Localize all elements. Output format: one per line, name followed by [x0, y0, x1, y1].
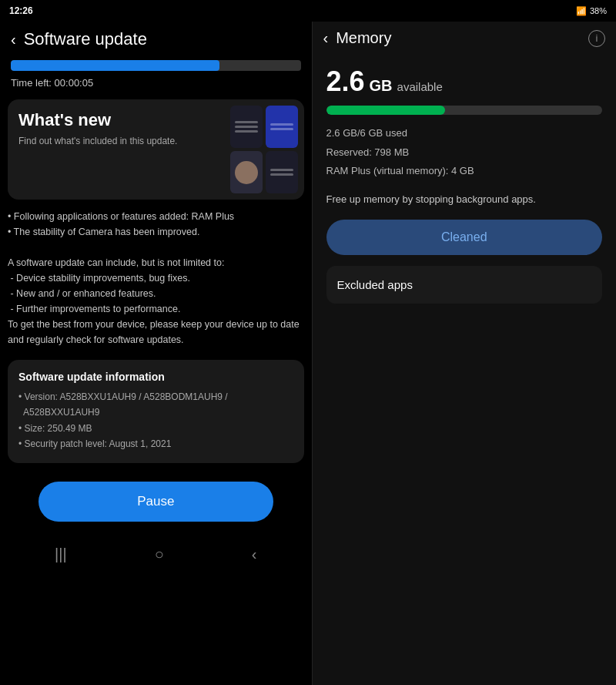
update-notes-text: • Following applications or features add… — [8, 211, 300, 345]
memory-gb-unit: GB — [370, 77, 393, 95]
memory-header-left: ‹ Memory — [323, 29, 392, 47]
phone-image-4 — [266, 151, 298, 193]
memory-details: 2.6 GB/6 GB used Reserved: 798 MB RAM Pl… — [326, 124, 603, 181]
time-left-label: Time left: 00:00:05 — [0, 76, 312, 96]
memory-gb-value: 2.6 — [326, 65, 365, 98]
memory-panel: ‹ Memory i 2.6 GB available 2.6 GB/6 GB … — [313, 22, 617, 685]
whats-new-card: What's new Find out what's included in t… — [8, 99, 304, 200]
phone-img-row-bottom — [230, 151, 298, 193]
memory-free-text: Free up memory by stopping background ap… — [326, 192, 603, 207]
info-card-text: • Version: A528BXXU1AUH9 / A528BODM1AUH9… — [18, 389, 293, 452]
phone-image-3 — [230, 151, 263, 193]
memory-reserved: Reserved: 798 MB — [326, 146, 410, 158]
update-notes: • Following applications or features add… — [8, 209, 304, 348]
memory-header: ‹ Memory i — [313, 22, 617, 55]
download-progress-fill — [11, 60, 219, 71]
info-card-title: Software update information — [18, 371, 293, 383]
memory-progress-bar — [326, 106, 603, 115]
info-button[interactable]: i — [588, 30, 605, 47]
excluded-apps-label: Excluded apps — [337, 278, 413, 291]
phone-image-1 — [230, 106, 263, 148]
whats-new-subtitle: Find out what's included in this update. — [18, 135, 183, 148]
memory-available-label: available — [397, 80, 443, 93]
wifi-icon: 📶 — [576, 6, 587, 16]
face-image — [235, 161, 258, 184]
bottom-nav-left: ||| ○ ‹ — [0, 537, 312, 573]
left-panel-header: ‹ Software update — [0, 22, 312, 57]
pause-button-area: Pause — [0, 469, 312, 537]
software-update-panel: ‹ Software update Time left: 00:00:05 Wh… — [0, 22, 312, 685]
excluded-apps-row[interactable]: Excluded apps — [326, 266, 603, 304]
recent-apps-icon[interactable]: ||| — [55, 546, 67, 563]
memory-title: Memory — [336, 29, 391, 47]
phone-images — [230, 106, 298, 193]
software-info-card: Software update information • Version: A… — [8, 360, 304, 463]
home-icon[interactable]: ○ — [155, 546, 164, 563]
download-progress-bar — [11, 60, 301, 71]
memory-progress-fill — [326, 106, 445, 115]
back-arrow-right[interactable]: ‹ — [323, 29, 329, 47]
status-icons: 📶 38% — [576, 6, 607, 16]
memory-size-row: 2.6 GB available — [326, 65, 603, 98]
status-bar: 12:26 📶 38% — [0, 0, 616, 22]
memory-used: 2.6 GB/6 GB used — [326, 127, 408, 139]
pause-button[interactable]: Pause — [38, 482, 273, 522]
battery-text: 38% — [590, 6, 607, 15]
main-panels: ‹ Software update Time left: 00:00:05 Wh… — [0, 22, 616, 685]
phone-img-row-top — [230, 106, 298, 148]
memory-content: 2.6 GB available 2.6 GB/6 GB used Reserv… — [313, 55, 617, 322]
phone-image-2 — [266, 106, 298, 148]
back-arrow-left[interactable]: ‹ — [11, 31, 16, 49]
software-update-title: Software update — [24, 29, 147, 49]
status-time: 12:26 — [9, 5, 33, 16]
cleaned-button[interactable]: Cleaned — [326, 220, 603, 255]
memory-ram-plus: RAM Plus (virtual memory): 4 GB — [326, 165, 474, 176]
back-nav-icon[interactable]: ‹ — [252, 546, 257, 563]
